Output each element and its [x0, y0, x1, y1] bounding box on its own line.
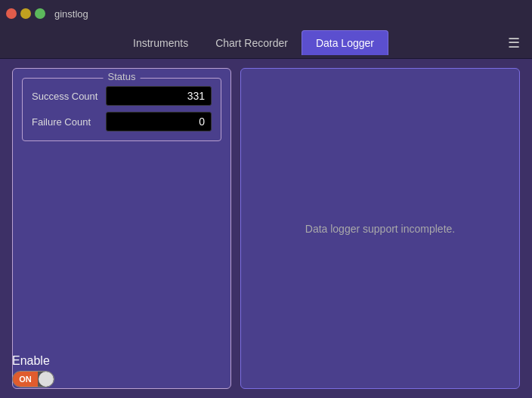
app-title: ginstlog	[54, 8, 88, 20]
footer: Enable ON	[12, 354, 54, 387]
failure-row: Failure Count 0	[32, 112, 212, 131]
enable-toggle[interactable]: ON	[12, 371, 54, 387]
left-panel: Status Success Count 331 Failure Count 0	[12, 68, 231, 389]
status-group: Status Success Count 331 Failure Count 0	[22, 78, 221, 141]
main-content: Status Success Count 331 Failure Count 0…	[0, 59, 532, 398]
right-panel: Data logger support incomplete.	[240, 68, 520, 389]
failure-count: 0	[106, 112, 212, 131]
success-label: Success Count	[32, 91, 100, 102]
tab-instruments[interactable]: Instruments	[119, 30, 202, 55]
titlebar: ginstlog	[0, 0, 532, 27]
minimize-button[interactable]	[20, 8, 31, 19]
success-count: 331	[106, 86, 212, 106]
toggle-on-label: ON	[13, 372, 38, 387]
close-button[interactable]	[6, 8, 17, 19]
toggle-knob	[39, 372, 54, 387]
maximize-button[interactable]	[35, 8, 45, 19]
navbar: Instruments Chart Recorder Data Logger ☰	[0, 27, 532, 59]
failure-label: Failure Count	[32, 116, 100, 128]
enable-label: Enable	[12, 354, 50, 368]
menu-button[interactable]: ☰	[502, 33, 526, 53]
tab-data-logger[interactable]: Data Logger	[302, 30, 388, 55]
window-controls	[6, 8, 45, 19]
success-row: Success Count 331	[32, 86, 212, 106]
nav-tabs: Instruments Chart Recorder Data Logger	[119, 30, 388, 55]
data-logger-message: Data logger support incomplete.	[305, 223, 455, 235]
status-legend: Status	[104, 71, 141, 82]
tab-chart-recorder[interactable]: Chart Recorder	[202, 30, 302, 55]
